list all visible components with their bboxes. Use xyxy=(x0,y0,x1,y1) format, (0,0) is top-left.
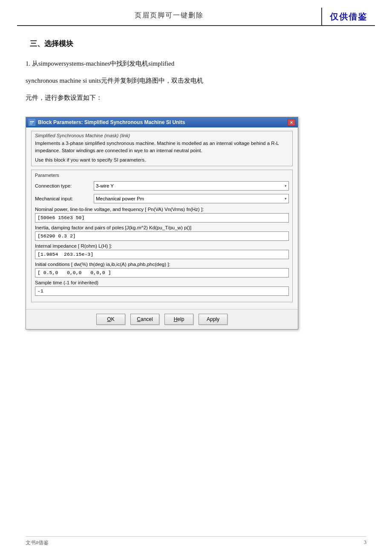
main-content: 三、选择模块 1. 从simpowersystems-machines中找到发电… xyxy=(0,26,392,359)
svg-rect-1 xyxy=(30,121,34,122)
page-footer: 文书#借鉴 3 xyxy=(26,536,366,546)
connection-type-arrow: ▾ xyxy=(285,184,287,188)
nominal-field-label: Nominal power, line-to-line voltage, and… xyxy=(35,207,289,212)
ok-button[interactable]: OK xyxy=(96,314,125,325)
paragraph-2: synchronous machine si units元件并复制到电路图中，双… xyxy=(26,74,366,87)
block-parameters-dialog: Block Parameters: Simplified Synchronous… xyxy=(26,117,298,330)
description-text: Implements a 3-phase simplified synchron… xyxy=(35,140,289,155)
svg-rect-2 xyxy=(30,122,33,123)
cancel-button-label: Cancel xyxy=(137,316,153,322)
svg-rect-3 xyxy=(30,124,32,124)
paragraph-3: 元件，进行参数设置如下： xyxy=(26,91,366,104)
mechanical-input-value: Mechanical power Pm xyxy=(96,196,144,201)
mechanical-input-arrow: ▾ xyxy=(285,197,287,201)
mechanical-input-label: Mechanical input: xyxy=(35,196,90,201)
header-right-text: 仅供借鉴 xyxy=(322,8,375,25)
dialog-close-button[interactable]: × xyxy=(288,119,295,126)
dialog-wrapper: Block Parameters: Simplified Synchronous… xyxy=(26,117,366,330)
mask-label: Simplified Synchronous Machine (mask) (l… xyxy=(35,133,289,138)
mask-group: Simplified Synchronous Machine (mask) (l… xyxy=(31,131,293,166)
ok-underline: O xyxy=(107,316,111,322)
paragraph-1: 1. 从simpowersystems-machines中找到发电机simpli… xyxy=(26,57,366,70)
mechanical-input-select[interactable]: Mechanical power Pm ▾ xyxy=(94,194,289,203)
footer-left: 文书#借鉴 xyxy=(26,539,49,546)
sample-input[interactable] xyxy=(35,286,289,296)
connection-type-value: 3-wire Y xyxy=(96,183,114,188)
page-header: 页眉页脚可一键删除 仅供借鉴 xyxy=(17,8,375,26)
footer-right: 3 xyxy=(364,539,366,546)
cancel-underline: C xyxy=(137,316,141,322)
mechanical-input-row: Mechanical input: Mechanical power Pm ▾ xyxy=(35,194,289,203)
apply-button-label: Apply xyxy=(207,316,219,322)
sample-field-label: Sample time (-1 for inherited) xyxy=(35,280,289,285)
dialog-title: Block Parameters: Simplified Synchronous… xyxy=(38,119,185,125)
impedance-input[interactable] xyxy=(35,250,289,259)
dialog-app-icon xyxy=(29,119,35,126)
initial-field-label: Initial conditions [ dw(%) th(deg) ia,ib… xyxy=(35,262,289,267)
dialog-footer: OK Cancel Help Apply xyxy=(26,309,298,329)
connection-type-label: Connection type: xyxy=(35,183,90,188)
help-button-label: Help xyxy=(174,316,184,322)
ok-button-label: OK xyxy=(107,316,114,322)
titlebar-left: Block Parameters: Simplified Synchronous… xyxy=(29,119,185,126)
parameters-section: Parameters Connection type: 3-wire Y ▾ M… xyxy=(31,170,293,302)
help-underline: H xyxy=(174,316,178,322)
use-text: Use this block if you want to specify SI… xyxy=(35,157,289,162)
cancel-button[interactable]: Cancel xyxy=(130,314,159,325)
dialog-titlebar: Block Parameters: Simplified Synchronous… xyxy=(26,117,298,127)
apply-button[interactable]: Apply xyxy=(199,314,228,325)
inertia-field-label: Inertia, damping factor and pairs of pol… xyxy=(35,225,289,230)
header-left-text: 页眉页脚可一键删除 xyxy=(17,8,321,25)
section-title: 三、选择模块 xyxy=(30,39,366,49)
dialog-body: Simplified Synchronous Machine (mask) (l… xyxy=(26,127,298,309)
help-button[interactable]: Help xyxy=(164,314,193,325)
connection-type-select[interactable]: 3-wire Y ▾ xyxy=(94,181,289,191)
initial-input[interactable] xyxy=(35,268,289,278)
connection-type-row: Connection type: 3-wire Y ▾ xyxy=(35,181,289,191)
impedance-field-label: Internal impedance [ R(ohm) L(H) ]: xyxy=(35,243,289,249)
parameters-label: Parameters xyxy=(35,173,289,178)
inertia-input[interactable] xyxy=(35,231,289,241)
nominal-input[interactable] xyxy=(35,213,289,223)
